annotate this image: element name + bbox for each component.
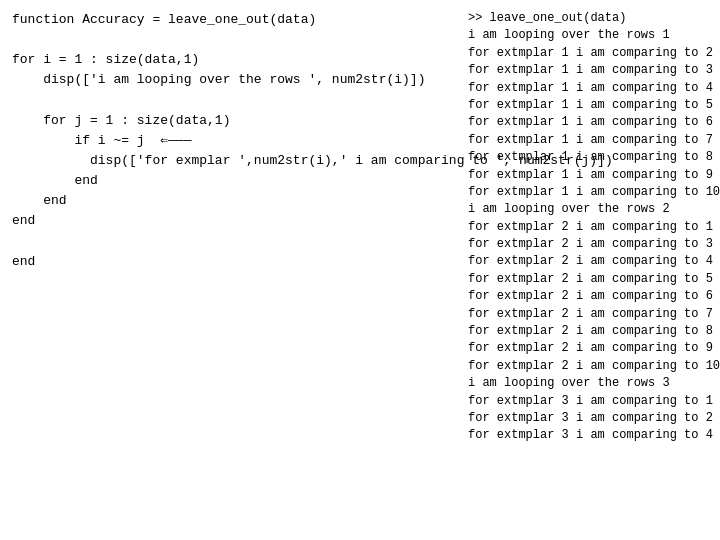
code-line-11: end: [12, 211, 448, 231]
arrow-icon: ⇐———: [160, 131, 191, 151]
output-line: for extmplar 1 i am comparing to 4: [468, 80, 712, 97]
output-line: for extmplar 2 i am comparing to 4: [468, 253, 712, 270]
output-line: for extmplar 1 i am comparing to 3: [468, 62, 712, 79]
code-line-3: for i = 1 : size(data,1): [12, 50, 448, 70]
code-line-13: end: [12, 252, 448, 272]
output-line: for extmplar 1 i am comparing to 5: [468, 97, 712, 114]
output-command: >> leave_one_out(data): [468, 10, 712, 27]
output-line: for extmplar 2 i am comparing to 7: [468, 306, 712, 323]
output-line: i am looping over the rows 3: [468, 375, 712, 392]
output-line: for extmplar 2 i am comparing to 5: [468, 271, 712, 288]
output-line: for extmplar 2 i am comparing to 6: [468, 288, 712, 305]
code-line-1: function Accuracy = leave_one_out(data): [12, 10, 448, 30]
output-line: for extmplar 3 i am comparing to 4: [468, 427, 712, 444]
output-line: i am looping over the rows 1: [468, 27, 712, 44]
code-line-8: disp(['for exmplar ',num2str(i),' i am c…: [12, 151, 448, 171]
code-line-4: disp(['i am looping over the rows ', num…: [12, 70, 448, 90]
output-line: for extmplar 1 i am comparing to 2: [468, 45, 712, 62]
output-line: for extmplar 3 i am comparing to 2: [468, 410, 712, 427]
code-line-5: [12, 91, 448, 111]
output-line: for extmplar 1 i am comparing to 10: [468, 184, 712, 201]
output-line: for extmplar 2 i am comparing to 10: [468, 358, 712, 375]
output-line: for extmplar 2 i am comparing to 8: [468, 323, 712, 340]
output-line: for extmplar 1 i am comparing to 6: [468, 114, 712, 131]
output-line: for extmplar 1 i am comparing to 9: [468, 167, 712, 184]
output-line: for extmplar 2 i am comparing to 3: [468, 236, 712, 253]
code-line-6: for j = 1 : size(data,1): [12, 111, 448, 131]
code-line-12: [12, 232, 448, 252]
code-line-10: end: [12, 191, 448, 211]
code-editor: function Accuracy = leave_one_out(data) …: [0, 0, 460, 540]
output-line: for extmplar 2 i am comparing to 9: [468, 340, 712, 357]
output-line: for extmplar 2 i am comparing to 1: [468, 219, 712, 236]
output-line: i am looping over the rows 2: [468, 201, 712, 218]
code-line-7: if i ~= j ⇐———: [12, 131, 448, 151]
output-lines-container: i am looping over the rows 1for extmplar…: [468, 27, 712, 444]
code-line-2: [12, 30, 448, 50]
output-line: for extmplar 1 i am comparing to 7: [468, 132, 712, 149]
output-line: for extmplar 3 i am comparing to 1: [468, 393, 712, 410]
output-panel: >> leave_one_out(data) i am looping over…: [460, 0, 720, 540]
code-line-9: end: [12, 171, 448, 191]
